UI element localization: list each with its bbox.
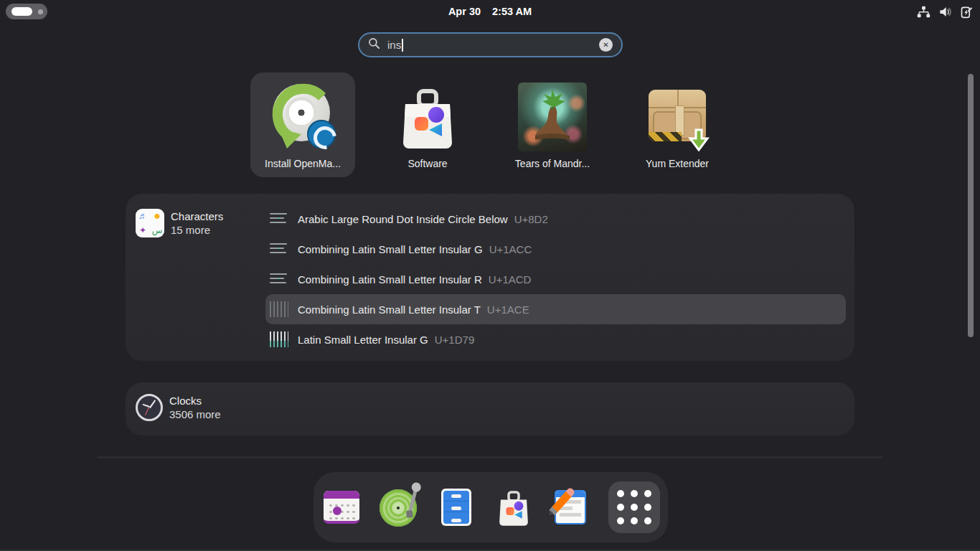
- app-result-install-openmandriva[interactable]: Install OpenMa...: [250, 72, 355, 177]
- text-caret: [402, 39, 403, 52]
- clock-button[interactable]: Apr 30 2:53 AM: [0, 0, 980, 23]
- calendar-icon: [324, 491, 359, 524]
- app-result-software[interactable]: Software: [375, 72, 480, 177]
- battery-charging-icon: [960, 5, 973, 19]
- tears-of-mandrake-image: [518, 83, 587, 151]
- dock-item-app-grid-active[interactable]: [608, 481, 660, 533]
- search-icon: [368, 37, 380, 52]
- dock-item-music[interactable]: [379, 487, 419, 527]
- app-result-yum-extender[interactable]: Yum Extender: [625, 72, 730, 177]
- section-more-label: 3506 more: [169, 408, 221, 421]
- app-label: Tears of Mandr...: [515, 158, 590, 169]
- time-label: 2:53 AM: [492, 6, 532, 17]
- section-title: Clocks: [169, 394, 221, 408]
- clear-icon[interactable]: [599, 38, 613, 52]
- characters-results-panel: ♬ ☻ ✦ س Characters 15 more Arabic Large …: [126, 194, 854, 361]
- app-label: Software: [407, 158, 447, 169]
- clocks-results-panel[interactable]: Clocks 3506 more: [126, 382, 854, 435]
- yum-extender-box-icon: [643, 83, 712, 151]
- character-codepoint: U+1ACD: [489, 273, 532, 286]
- search-input[interactable]: ins: [358, 32, 623, 57]
- app-grid-icon: [617, 490, 651, 524]
- section-more-label: 15 more: [171, 223, 223, 237]
- dash-dock: [314, 472, 668, 542]
- character-name: Latin Small Letter Insular G: [298, 334, 428, 346]
- character-preview-icon: [270, 270, 288, 288]
- character-preview-icon: [270, 210, 288, 227]
- app-label: Install OpenMa...: [265, 158, 341, 169]
- install-openmandriva-icon: [268, 83, 337, 151]
- character-result-row[interactable]: Arabic Large Round Dot Inside Circle Bel…: [265, 204, 846, 234]
- character-preview-icon: [270, 301, 288, 317]
- character-name: Combining Latin Small Letter Insular T: [298, 303, 481, 316]
- software-bag-icon: [393, 83, 462, 151]
- character-codepoint: U+1ACE: [487, 303, 529, 316]
- character-result-row[interactable]: Latin Small Letter Insular G U+1D79: [265, 324, 846, 354]
- app-result-tears-of-mandrake[interactable]: Tears of Mandr...: [500, 72, 605, 177]
- dock-item-files[interactable]: [436, 487, 476, 527]
- app-search-results: Install OpenMa...: [250, 72, 730, 177]
- overview-scrollbar[interactable]: [968, 74, 974, 337]
- clocks-app-icon: [136, 394, 163, 421]
- date-label: Apr 30: [448, 6, 481, 17]
- character-codepoint: U+1ACC: [489, 243, 532, 255]
- character-name: Arabic Large Round Dot Inside Circle Bel…: [298, 213, 508, 225]
- dock-item-software[interactable]: [494, 487, 534, 527]
- characters-section-header[interactable]: ♬ ☻ ✦ س Characters 15 more: [136, 209, 223, 237]
- clocks-section-header[interactable]: Clocks 3506 more: [136, 394, 221, 421]
- dock-item-calendar[interactable]: [321, 487, 362, 527]
- characters-app-icon: ♬ ☻ ✦ س: [136, 209, 164, 237]
- dock-separator: [97, 456, 883, 458]
- character-name: Combining Latin Small Letter Insular G: [298, 243, 483, 255]
- gnome-shell-overview: Apr 30 2:53 AM: [0, 0, 980, 551]
- character-codepoint: U+8D2: [514, 213, 548, 225]
- character-codepoint: U+1D79: [435, 334, 474, 346]
- section-title: Characters: [171, 209, 223, 223]
- character-result-row[interactable]: Combining Latin Small Letter Insular G U…: [265, 234, 846, 264]
- character-name: Combining Latin Small Letter Insular R: [298, 273, 482, 286]
- search-text: ins: [387, 39, 401, 51]
- software-bag-icon: [494, 487, 534, 527]
- system-tray[interactable]: [917, 0, 973, 23]
- dock-item-text-editor[interactable]: [551, 487, 591, 527]
- character-result-row[interactable]: Combining Latin Small Letter Insular R U…: [265, 264, 846, 294]
- top-bar: Apr 30 2:53 AM: [0, 0, 980, 23]
- characters-result-list: Arabic Large Round Dot Inside Circle Bel…: [265, 204, 846, 354]
- files-icon: [441, 489, 471, 526]
- character-preview-icon: [270, 240, 288, 258]
- character-preview-icon: [270, 331, 288, 347]
- app-label: Yum Extender: [646, 158, 709, 169]
- network-wired-icon: [917, 5, 930, 19]
- volume-icon: [938, 5, 952, 19]
- character-result-row-selected[interactable]: Combining Latin Small Letter Insular T U…: [265, 294, 846, 324]
